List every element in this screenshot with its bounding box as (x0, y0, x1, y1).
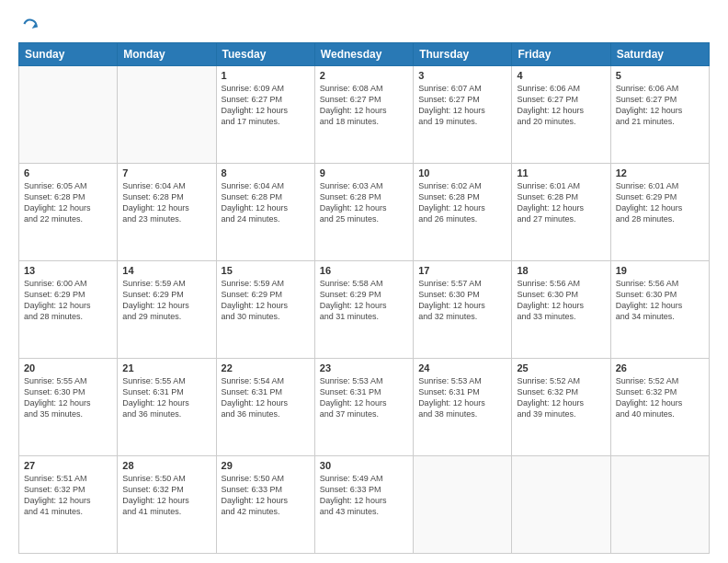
day-info: Sunrise: 5:51 AMSunset: 6:32 PMDaylight:… (24, 473, 112, 518)
calendar-cell: 1Sunrise: 6:09 AMSunset: 6:27 PMDaylight… (216, 66, 314, 164)
day-info: Sunrise: 6:04 AMSunset: 6:28 PMDaylight:… (122, 180, 210, 225)
calendar-cell: 6Sunrise: 6:05 AMSunset: 6:28 PMDaylight… (19, 164, 118, 261)
day-info: Sunrise: 5:52 AMSunset: 6:32 PMDaylight:… (517, 375, 605, 420)
day-number: 10 (418, 167, 506, 178)
calendar-cell: 5Sunrise: 6:06 AMSunset: 6:27 PMDaylight… (610, 66, 709, 164)
calendar-cell: 21Sunrise: 5:55 AMSunset: 6:31 PMDayligh… (118, 359, 216, 456)
calendar-cell: 20Sunrise: 5:55 AMSunset: 6:30 PMDayligh… (19, 359, 118, 456)
calendar-cell: 26Sunrise: 5:52 AMSunset: 6:32 PMDayligh… (610, 359, 709, 456)
calendar-header-row: SundayMondayTuesdayWednesdayThursdayFrid… (19, 43, 710, 66)
day-info: Sunrise: 6:02 AMSunset: 6:28 PMDaylight:… (418, 180, 506, 225)
calendar-cell (512, 456, 610, 554)
day-info: Sunrise: 6:07 AMSunset: 6:27 PMDaylight:… (418, 83, 506, 128)
calendar-cell: 3Sunrise: 6:07 AMSunset: 6:27 PMDaylight… (414, 66, 512, 164)
day-info: Sunrise: 5:55 AMSunset: 6:30 PMDaylight:… (24, 375, 112, 420)
day-info: Sunrise: 5:59 AMSunset: 6:29 PMDaylight:… (122, 278, 210, 323)
day-number: 17 (418, 265, 506, 276)
calendar-cell (414, 456, 512, 554)
day-number: 13 (24, 265, 112, 276)
calendar-cell (610, 456, 709, 554)
day-number: 22 (222, 362, 310, 373)
calendar-cell: 16Sunrise: 5:58 AMSunset: 6:29 PMDayligh… (314, 261, 413, 359)
calendar-header-thursday: Thursday (414, 43, 512, 66)
page: SundayMondayTuesdayWednesdayThursdayFrid… (0, 0, 728, 563)
calendar-header-friday: Friday (512, 43, 610, 66)
day-number: 30 (320, 460, 408, 471)
logo-icon (21, 15, 40, 33)
calendar-cell: 22Sunrise: 5:54 AMSunset: 6:31 PMDayligh… (216, 359, 314, 456)
calendar-cell: 25Sunrise: 5:52 AMSunset: 6:32 PMDayligh… (512, 359, 610, 456)
calendar-week-2: 6Sunrise: 6:05 AMSunset: 6:28 PMDaylight… (19, 164, 710, 261)
day-info: Sunrise: 6:09 AMSunset: 6:27 PMDaylight:… (222, 83, 310, 128)
calendar-cell: 17Sunrise: 5:57 AMSunset: 6:30 PMDayligh… (414, 261, 512, 359)
calendar-cell: 9Sunrise: 6:03 AMSunset: 6:28 PMDaylight… (314, 164, 413, 261)
day-number: 7 (122, 167, 210, 178)
day-info: Sunrise: 5:59 AMSunset: 6:29 PMDaylight:… (222, 278, 310, 323)
calendar-cell: 29Sunrise: 5:50 AMSunset: 6:33 PMDayligh… (216, 456, 314, 554)
calendar-cell: 2Sunrise: 6:08 AMSunset: 6:27 PMDaylight… (314, 66, 413, 164)
logo (18, 15, 40, 33)
day-info: Sunrise: 5:49 AMSunset: 6:33 PMDaylight:… (320, 473, 408, 518)
calendar-cell: 7Sunrise: 6:04 AMSunset: 6:28 PMDaylight… (118, 164, 216, 261)
day-info: Sunrise: 6:01 AMSunset: 6:28 PMDaylight:… (517, 180, 605, 225)
day-number: 18 (517, 265, 605, 276)
calendar-cell: 13Sunrise: 6:00 AMSunset: 6:29 PMDayligh… (19, 261, 118, 359)
day-info: Sunrise: 6:05 AMSunset: 6:28 PMDaylight:… (24, 180, 112, 225)
day-info: Sunrise: 5:50 AMSunset: 6:32 PMDaylight:… (122, 473, 210, 518)
calendar-cell: 8Sunrise: 6:04 AMSunset: 6:28 PMDaylight… (216, 164, 314, 261)
calendar-week-1: 1Sunrise: 6:09 AMSunset: 6:27 PMDaylight… (19, 66, 710, 164)
day-info: Sunrise: 6:04 AMSunset: 6:28 PMDaylight:… (222, 180, 310, 225)
day-info: Sunrise: 5:57 AMSunset: 6:30 PMDaylight:… (418, 278, 506, 323)
calendar-cell (118, 66, 216, 164)
calendar-cell: 23Sunrise: 5:53 AMSunset: 6:31 PMDayligh… (314, 359, 413, 456)
day-number: 4 (517, 70, 605, 81)
calendar-table: SundayMondayTuesdayWednesdayThursdayFrid… (18, 42, 710, 554)
calendar-header-sunday: Sunday (19, 43, 118, 66)
calendar-header-saturday: Saturday (610, 43, 709, 66)
day-number: 1 (222, 70, 310, 81)
calendar-cell: 12Sunrise: 6:01 AMSunset: 6:29 PMDayligh… (610, 164, 709, 261)
day-number: 9 (320, 167, 408, 178)
day-number: 29 (222, 460, 310, 471)
day-number: 6 (24, 167, 112, 178)
day-info: Sunrise: 5:52 AMSunset: 6:32 PMDaylight:… (616, 375, 704, 420)
day-info: Sunrise: 6:00 AMSunset: 6:29 PMDaylight:… (24, 278, 112, 323)
day-info: Sunrise: 6:01 AMSunset: 6:29 PMDaylight:… (616, 180, 704, 225)
day-info: Sunrise: 5:55 AMSunset: 6:31 PMDaylight:… (122, 375, 210, 420)
day-number: 19 (616, 265, 704, 276)
calendar-cell: 27Sunrise: 5:51 AMSunset: 6:32 PMDayligh… (19, 456, 118, 554)
day-number: 12 (616, 167, 704, 178)
day-number: 2 (320, 70, 408, 81)
day-info: Sunrise: 5:58 AMSunset: 6:29 PMDaylight:… (320, 278, 408, 323)
day-info: Sunrise: 5:53 AMSunset: 6:31 PMDaylight:… (320, 375, 408, 420)
calendar-cell (19, 66, 118, 164)
day-number: 24 (418, 362, 506, 373)
calendar-cell: 18Sunrise: 5:56 AMSunset: 6:30 PMDayligh… (512, 261, 610, 359)
calendar-cell: 14Sunrise: 5:59 AMSunset: 6:29 PMDayligh… (118, 261, 216, 359)
calendar-cell: 30Sunrise: 5:49 AMSunset: 6:33 PMDayligh… (314, 456, 413, 554)
calendar-cell: 24Sunrise: 5:53 AMSunset: 6:31 PMDayligh… (414, 359, 512, 456)
calendar-cell: 10Sunrise: 6:02 AMSunset: 6:28 PMDayligh… (414, 164, 512, 261)
day-number: 27 (24, 460, 112, 471)
calendar-cell: 28Sunrise: 5:50 AMSunset: 6:32 PMDayligh… (118, 456, 216, 554)
day-number: 23 (320, 362, 408, 373)
header (18, 15, 710, 33)
day-number: 28 (122, 460, 210, 471)
day-number: 8 (222, 167, 310, 178)
day-info: Sunrise: 5:54 AMSunset: 6:31 PMDaylight:… (222, 375, 310, 420)
day-info: Sunrise: 5:53 AMSunset: 6:31 PMDaylight:… (418, 375, 506, 420)
calendar-header-tuesday: Tuesday (216, 43, 314, 66)
day-number: 25 (517, 362, 605, 373)
day-info: Sunrise: 5:50 AMSunset: 6:33 PMDaylight:… (222, 473, 310, 518)
day-number: 21 (122, 362, 210, 373)
calendar-cell: 19Sunrise: 5:56 AMSunset: 6:30 PMDayligh… (610, 261, 709, 359)
calendar-cell: 11Sunrise: 6:01 AMSunset: 6:28 PMDayligh… (512, 164, 610, 261)
day-number: 16 (320, 265, 408, 276)
day-info: Sunrise: 6:06 AMSunset: 6:27 PMDaylight:… (616, 83, 704, 128)
calendar-cell: 15Sunrise: 5:59 AMSunset: 6:29 PMDayligh… (216, 261, 314, 359)
calendar-cell: 4Sunrise: 6:06 AMSunset: 6:27 PMDaylight… (512, 66, 610, 164)
calendar-week-4: 20Sunrise: 5:55 AMSunset: 6:30 PMDayligh… (19, 359, 710, 456)
calendar-week-5: 27Sunrise: 5:51 AMSunset: 6:32 PMDayligh… (19, 456, 710, 554)
day-number: 15 (222, 265, 310, 276)
day-number: 11 (517, 167, 605, 178)
